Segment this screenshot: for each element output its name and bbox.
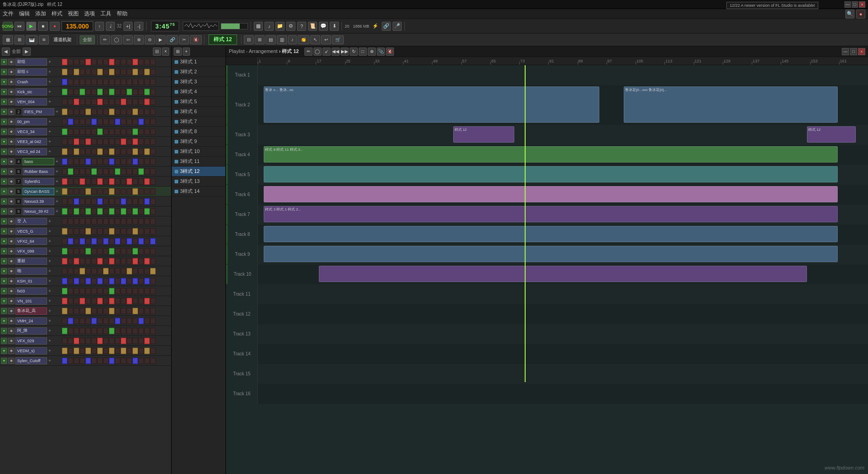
step-btn[interactable]	[62, 238, 67, 244]
step-btn[interactable]	[103, 318, 109, 324]
pattern-item[interactable]: 3样式 7	[172, 117, 225, 127]
track-mute-btn[interactable]: ●	[1, 338, 7, 344]
step-btn[interactable]	[97, 258, 103, 264]
step-btn[interactable]	[121, 258, 126, 264]
step-btn[interactable]	[144, 178, 150, 185]
track-add-btn[interactable]: +	[48, 348, 51, 353]
step-btn[interactable]	[144, 59, 150, 65]
channel-row[interactable]: ● ◆ 2 FIES_PM +	[0, 107, 171, 117]
track-content[interactable]: 样式 8 样式 11 样式 3...	[258, 145, 868, 165]
step-btn[interactable]	[80, 318, 85, 324]
track-mute-btn[interactable]: ●	[1, 238, 7, 244]
step-btn[interactable]	[133, 99, 138, 105]
step-btn[interactable]	[74, 148, 79, 155]
step-btn[interactable]	[74, 358, 79, 364]
track-mute-btn[interactable]: ●	[1, 119, 7, 125]
step-btn[interactable]	[80, 218, 85, 225]
step-btn[interactable]	[109, 208, 114, 215]
step-btn[interactable]	[115, 248, 120, 254]
step-btn[interactable]	[127, 139, 132, 145]
step-btn[interactable]	[138, 268, 144, 274]
download-btn[interactable]: ⬇	[330, 22, 339, 31]
step-btn[interactable]	[91, 298, 97, 304]
track-solo-btn[interactable]: ◆	[8, 89, 14, 95]
step-btn[interactable]	[74, 228, 79, 235]
step-btn[interactable]	[121, 228, 126, 235]
step-btn[interactable]	[133, 188, 138, 195]
track-mute-btn[interactable]: ●	[1, 288, 7, 294]
step-btn[interactable]	[62, 178, 67, 185]
step-btn[interactable]	[62, 308, 67, 314]
step-btn[interactable]	[109, 338, 114, 344]
step-btn[interactable]	[74, 79, 79, 85]
step-btn[interactable]	[121, 338, 126, 344]
step-btn[interactable]	[68, 99, 73, 105]
track-solo-btn[interactable]: ◆	[8, 308, 14, 314]
minimize-button[interactable]: —	[844, 1, 851, 8]
step-btn[interactable]	[150, 338, 156, 344]
step-btn[interactable]	[121, 168, 126, 175]
record-btn2[interactable]: ⊞	[255, 35, 265, 44]
track-mute-btn[interactable]: ●	[1, 99, 7, 105]
step-btn[interactable]	[127, 248, 132, 254]
track-add-btn[interactable]: +	[56, 189, 58, 194]
step-btn[interactable]	[133, 308, 138, 314]
step-btn[interactable]	[62, 129, 67, 135]
track-add-btn[interactable]: +	[48, 89, 51, 94]
step-btn[interactable]	[97, 178, 103, 185]
track-name-label[interactable]: KSH_01	[15, 278, 47, 285]
channel-row[interactable]: ● ◆ VEDM_s) +	[0, 346, 171, 356]
step-btn[interactable]	[144, 109, 150, 115]
step-btn[interactable]	[115, 328, 120, 334]
step-btn[interactable]	[74, 208, 79, 215]
channel-row[interactable]: ● ◆ 4 bass +	[0, 157, 171, 167]
track-name-label[interactable]: 阿_降	[15, 327, 47, 335]
step-btn[interactable]	[144, 188, 150, 195]
track-content[interactable]	[258, 185, 868, 205]
step-btn[interactable]	[91, 99, 97, 105]
step-btn[interactable]	[144, 348, 150, 354]
settings-btn2[interactable]: ▥	[277, 35, 287, 44]
channel-row[interactable]: ● ◆ VMH_24 +	[0, 316, 171, 326]
step-btn[interactable]	[80, 228, 85, 235]
step-btn[interactable]	[150, 348, 156, 354]
step-btn[interactable]	[62, 208, 67, 215]
step-btn[interactable]	[80, 238, 85, 244]
step-btn[interactable]	[103, 188, 109, 195]
pl-close-btn[interactable]: ×	[858, 48, 865, 55]
step-btn[interactable]	[68, 278, 73, 284]
step-btn[interactable]	[97, 198, 103, 205]
step-btn[interactable]	[109, 158, 114, 165]
step-btn[interactable]	[68, 248, 73, 254]
step-btn[interactable]	[97, 79, 103, 85]
step-btn[interactable]	[62, 109, 67, 115]
track-name-label[interactable]: Kick_sic	[15, 88, 47, 96]
step-btn[interactable]	[97, 69, 103, 75]
step-btn[interactable]	[68, 328, 73, 334]
step-btn[interactable]	[85, 99, 91, 105]
note-btn[interactable]: ♪	[288, 35, 297, 44]
track-solo-btn[interactable]: ◆	[8, 348, 14, 354]
step-btn[interactable]	[144, 148, 150, 155]
track-content[interactable]	[258, 344, 868, 364]
step-btn[interactable]	[68, 208, 73, 215]
piano-roll-btn[interactable]: ♪	[265, 22, 274, 31]
track-add-btn[interactable]: +	[48, 318, 51, 323]
step-btn[interactable]	[138, 168, 144, 175]
track-solo-btn[interactable]: ◆	[8, 139, 14, 145]
menu-help[interactable]: 帮助	[117, 10, 128, 18]
zoom-in-btn[interactable]: ⊕	[134, 35, 144, 44]
step-btn[interactable]	[144, 278, 150, 284]
step-btn[interactable]	[62, 119, 67, 125]
step-btn[interactable]	[109, 298, 114, 304]
channel-row[interactable]: ● ◆ 重鼓 +	[0, 256, 171, 266]
pl-cursor-tool[interactable]: ↙	[323, 48, 331, 56]
menu-view[interactable]: 视图	[68, 10, 79, 18]
step-btn[interactable]	[133, 248, 138, 254]
step-btn[interactable]	[115, 208, 120, 215]
track-solo-btn[interactable]: ◆	[8, 218, 14, 225]
track-mute-btn[interactable]: ●	[1, 218, 7, 225]
channel-row[interactable]: ● ◆ fx03 +	[0, 286, 171, 296]
step-btn[interactable]	[85, 258, 91, 264]
step-btn[interactable]	[80, 59, 85, 65]
